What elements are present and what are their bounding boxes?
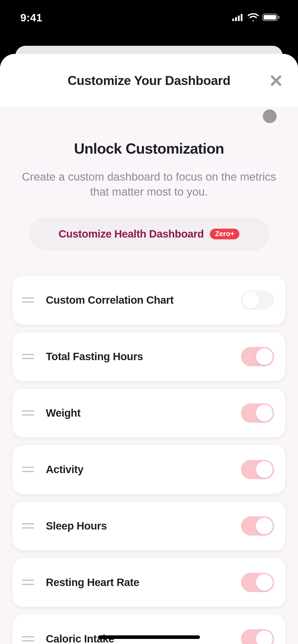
drag-handle-icon[interactable] — [22, 463, 34, 476]
metric-label: Custom Correlation Chart — [46, 294, 241, 306]
svg-rect-1 — [235, 17, 237, 21]
sheet-title: Customize Your Dashboard — [67, 73, 230, 88]
metric-label: Sleep Hours — [46, 520, 241, 532]
promo-subtitle: Create a custom dashboard to focus on th… — [13, 169, 285, 199]
status-icons — [232, 13, 280, 22]
drag-handle-icon[interactable] — [22, 633, 34, 644]
status-time: 9:41 — [20, 12, 42, 24]
svg-rect-2 — [238, 16, 240, 21]
promo-section: Unlock Customization Create a custom das… — [13, 107, 285, 251]
close-icon — [270, 75, 282, 87]
svg-rect-0 — [232, 19, 234, 21]
metric-toggle[interactable] — [241, 403, 274, 423]
customize-cta-button[interactable]: Customize Health Dashboard Zero+ — [29, 217, 269, 251]
metric-toggle[interactable] — [241, 573, 274, 592]
metric-label: Resting Heart Rate — [46, 576, 241, 589]
metric-toggle[interactable] — [241, 629, 274, 644]
list-item: Caloric Intake — [13, 614, 285, 644]
drag-handle-icon[interactable] — [22, 350, 34, 363]
promo-indicator-dot — [263, 109, 277, 123]
metrics-list: Custom Correlation Chart Total Fasting H… — [13, 276, 285, 644]
status-bar: 9:41 — [0, 0, 298, 36]
list-item: Sleep Hours — [13, 502, 285, 550]
svg-rect-5 — [264, 15, 276, 20]
close-button[interactable] — [268, 73, 284, 88]
metric-toggle[interactable] — [241, 516, 274, 536]
metric-label: Total Fasting Hours — [46, 350, 241, 363]
metric-toggle[interactable] — [241, 347, 274, 366]
drag-handle-icon[interactable] — [22, 407, 34, 419]
wifi-icon — [248, 13, 259, 22]
sheet-content: Unlock Customization Create a custom das… — [0, 107, 298, 644]
zero-plus-badge: Zero+ — [210, 229, 239, 239]
svg-rect-6 — [278, 16, 279, 19]
home-indicator[interactable] — [98, 635, 200, 639]
metric-label: Weight — [46, 407, 241, 419]
sheet-header: Customize Your Dashboard — [0, 54, 298, 107]
customize-cta-label: Customize Health Dashboard — [59, 228, 204, 240]
drag-handle-icon[interactable] — [22, 294, 34, 306]
svg-rect-3 — [241, 14, 242, 21]
battery-icon — [262, 13, 280, 22]
list-item: Resting Heart Rate — [13, 558, 285, 607]
cellular-icon — [232, 13, 244, 22]
list-item: Total Fasting Hours — [13, 332, 285, 381]
customize-dashboard-sheet: Customize Your Dashboard Unlock Customiz… — [0, 54, 298, 644]
list-item: Custom Correlation Chart — [13, 276, 285, 325]
list-item: Weight — [13, 389, 285, 437]
drag-handle-icon[interactable] — [22, 520, 34, 532]
promo-title: Unlock Customization — [13, 140, 285, 157]
metric-label: Activity — [46, 463, 241, 476]
drag-handle-icon[interactable] — [22, 576, 34, 589]
metric-toggle[interactable] — [241, 460, 274, 479]
list-item: Activity — [13, 445, 285, 494]
metric-toggle[interactable] — [241, 290, 274, 310]
